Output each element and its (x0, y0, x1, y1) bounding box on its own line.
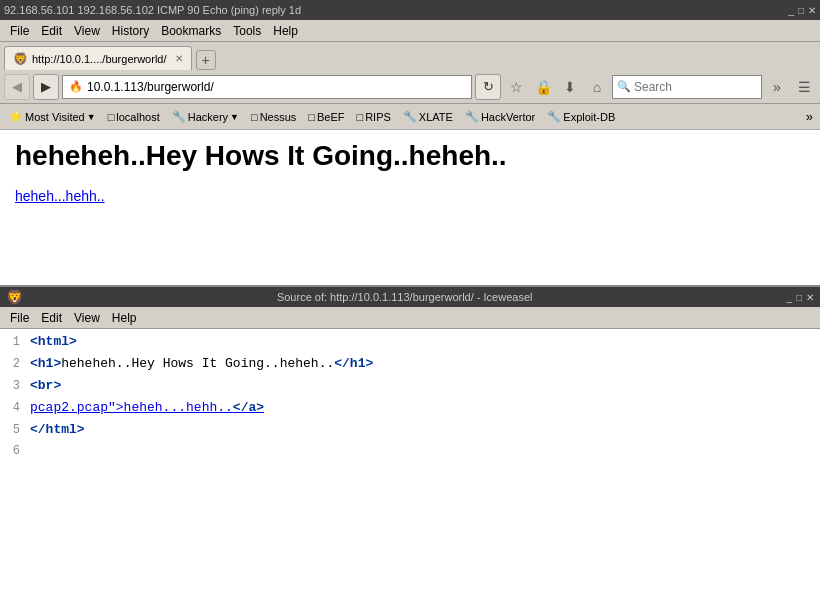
bookmark-icon: □ (251, 111, 258, 123)
source-title-text: Source of: http://10.0.1.113/burgerworld… (23, 291, 786, 303)
tab-close-btn[interactable]: ✕ (175, 53, 183, 64)
more-button[interactable]: » (765, 75, 789, 99)
bookmark-icon: □ (308, 111, 315, 123)
code-content: <h1>heheheh..Hey Hows It Going..heheh..<… (30, 356, 373, 371)
forward-button[interactable]: ▶ (33, 74, 59, 100)
source-maximize-btn[interactable]: □ (796, 292, 802, 303)
bookmark-label: HackVertor (481, 111, 535, 123)
tab-label: http://10.0.1..../burgerworld/ (32, 53, 167, 65)
close-btn[interactable]: ✕ (808, 5, 816, 16)
back-button[interactable]: ◀ (4, 74, 30, 100)
bookmark-icon: 🔧 (465, 110, 479, 123)
bookmark-label: localhost (116, 111, 159, 123)
new-tab-button[interactable]: + (196, 50, 216, 70)
bookmark-nessus[interactable]: □ Nessus (246, 110, 301, 124)
code-line: 3<br> (0, 377, 820, 399)
packet-info-text: 92.168.56.101 192.168.56.102 ICMP 90 Ech… (4, 4, 301, 16)
menu-tools[interactable]: Tools (227, 22, 267, 40)
source-close-btn[interactable]: ✕ (806, 292, 814, 303)
nav-icon-group: ☆ 🔒 ⬇ ⌂ (504, 75, 609, 99)
bookmark-icon: 🔧 (403, 110, 417, 123)
bookmark-icon: 🔧 (547, 110, 561, 123)
bookmark-exploitdb[interactable]: 🔧 Exploit-DB (542, 109, 620, 124)
bookmark-icon: ⭐ (9, 110, 23, 123)
source-menu-view[interactable]: View (68, 309, 106, 327)
url-bar[interactable]: 🔥 (62, 75, 472, 99)
bookmark-rips[interactable]: □ RIPS (352, 110, 396, 124)
bookmark-localhost[interactable]: □ localhost (103, 110, 165, 124)
minimize-btn[interactable]: _ (788, 5, 794, 16)
code-line: 4pcap2.pcap">heheh...hehh..</a> (0, 399, 820, 421)
download-button[interactable]: ⬇ (558, 75, 582, 99)
lock-button[interactable]: 🔒 (531, 75, 555, 99)
maximize-btn[interactable]: □ (798, 5, 804, 16)
bookmark-arrow: ▼ (230, 112, 239, 122)
source-menu-bar: File Edit View Help (0, 307, 820, 329)
bookmark-label: Hackery (188, 111, 228, 123)
menu-edit[interactable]: Edit (35, 22, 68, 40)
menu-history[interactable]: History (106, 22, 155, 40)
bookmark-icon: □ (108, 111, 115, 123)
url-icon: 🔥 (69, 80, 83, 93)
menu-bookmarks[interactable]: Bookmarks (155, 22, 227, 40)
bookmarks-more-button[interactable]: » (803, 109, 816, 124)
line-number: 5 (0, 423, 30, 437)
active-tab[interactable]: 🦁 http://10.0.1..../burgerworld/ ✕ (4, 46, 192, 70)
code-content: <html> (30, 334, 77, 349)
bookmark-label: Nessus (260, 111, 297, 123)
menu-help[interactable]: Help (267, 22, 304, 40)
line-number: 6 (0, 444, 30, 458)
bookmark-label: BeEF (317, 111, 345, 123)
bookmark-hackvertor[interactable]: 🔧 HackVertor (460, 109, 540, 124)
bookmarks-bar: ⭐ Most Visited ▼ □ localhost 🔧 Hackery ▼… (0, 104, 820, 130)
code-area: 1<html>2<h1>heheheh..Hey Hows It Going..… (0, 329, 820, 519)
search-input[interactable] (634, 80, 744, 94)
page-link[interactable]: heheh...hehh.. (15, 188, 105, 204)
nav-bar: ◀ ▶ 🔥 ↻ ☆ 🔒 ⬇ ⌂ 🔍 » ☰ (0, 70, 820, 104)
search-bar[interactable]: 🔍 (612, 75, 762, 99)
home-button[interactable]: ⌂ (585, 75, 609, 99)
bookmark-icon: 🔧 (172, 110, 186, 123)
code-content: <br> (30, 378, 61, 393)
bookmark-icon: □ (357, 111, 364, 123)
hamburger-menu[interactable]: ☰ (792, 75, 816, 99)
source-menu-help[interactable]: Help (106, 309, 143, 327)
source-menu-edit[interactable]: Edit (35, 309, 68, 327)
packet-info: 92.168.56.101 192.168.56.102 ICMP 90 Ech… (4, 4, 301, 16)
bookmark-label: XLATE (419, 111, 453, 123)
bookmark-most-visited[interactable]: ⭐ Most Visited ▼ (4, 109, 101, 124)
tab-bar: 🦁 http://10.0.1..../burgerworld/ ✕ + (0, 42, 820, 70)
bookmark-beef[interactable]: □ BeEF (303, 110, 349, 124)
star-button[interactable]: ☆ (504, 75, 528, 99)
page-heading: heheheh..Hey Hows It Going..heheh.. (15, 140, 805, 172)
window-controls[interactable]: _ □ ✕ (788, 5, 816, 16)
code-line: 1<html> (0, 333, 820, 355)
bookmark-label: Most Visited (25, 111, 85, 123)
code-content: pcap2.pcap">heheh...hehh..</a> (30, 400, 264, 415)
bookmark-xlate[interactable]: 🔧 XLATE (398, 109, 458, 124)
code-line: 5</html> (0, 421, 820, 443)
menu-file[interactable]: File (4, 22, 35, 40)
menu-view[interactable]: View (68, 22, 106, 40)
line-number: 4 (0, 401, 30, 415)
reload-button[interactable]: ↻ (475, 74, 501, 100)
bookmark-label: RIPS (365, 111, 391, 123)
source-title-bar: 🦁 Source of: http://10.0.1.113/burgerwor… (0, 287, 820, 307)
menu-bar: File Edit View History Bookmarks Tools H… (0, 20, 820, 42)
browser-content: heheheh..Hey Hows It Going..heheh.. hehe… (0, 130, 820, 285)
line-number: 1 (0, 335, 30, 349)
bookmark-label: Exploit-DB (563, 111, 615, 123)
packet-title-bar: 92.168.56.101 192.168.56.102 ICMP 90 Ech… (0, 0, 820, 20)
bookmark-hackery[interactable]: 🔧 Hackery ▼ (167, 109, 244, 124)
source-window: 🦁 Source of: http://10.0.1.113/burgerwor… (0, 285, 820, 519)
code-line: 2<h1>heheheh..Hey Hows It Going..heheh..… (0, 355, 820, 377)
source-menu-file[interactable]: File (4, 309, 35, 327)
source-minimize-btn[interactable]: _ (786, 292, 792, 303)
source-window-controls[interactable]: _ □ ✕ (786, 292, 814, 303)
line-number: 2 (0, 357, 30, 371)
bookmark-arrow: ▼ (87, 112, 96, 122)
url-input[interactable] (87, 80, 465, 94)
source-title-icon: 🦁 (6, 289, 23, 305)
tab-icon: 🦁 (13, 52, 28, 66)
search-icon: 🔍 (617, 80, 631, 93)
